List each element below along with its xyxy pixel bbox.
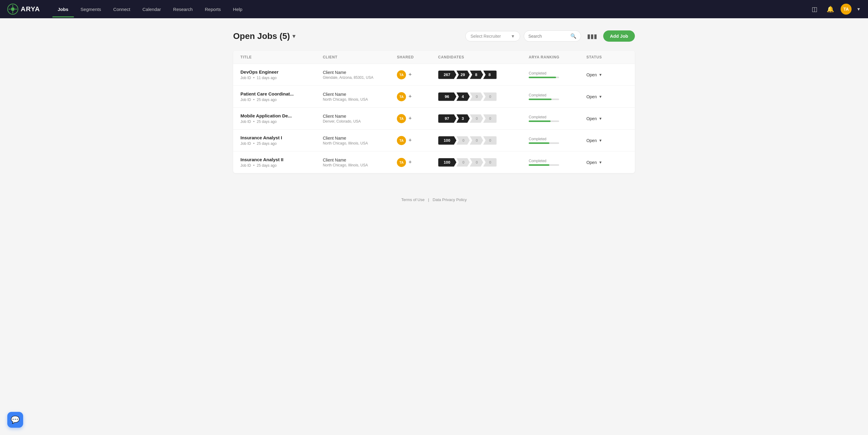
table-row: DevOps Engineer Job ID • 11 days ago Cli…	[233, 64, 635, 86]
job-age: 25 days ago	[257, 163, 277, 168]
add-job-button[interactable]: Add Job	[603, 30, 635, 42]
nav-help[interactable]: Help	[228, 4, 248, 14]
arya-ranking-cell: Completed	[529, 115, 586, 122]
terms-link[interactable]: Terms of Use	[401, 197, 425, 202]
client-location: Denver, Colorado, USA	[323, 119, 397, 124]
ranking-bar-fill	[529, 121, 551, 122]
pipeline-segment-0: 100	[438, 136, 457, 145]
client-location: Glendale, Arizona, 85301, USA	[323, 75, 397, 80]
page-title-group: Open Jobs (5) ▾	[233, 31, 295, 41]
pipeline-segment-1: 0	[457, 158, 470, 167]
job-title[interactable]: Insurance Analyst II	[241, 157, 323, 162]
status-cell: Open ▼	[587, 94, 627, 99]
avatar-chevron-icon[interactable]: ▼	[857, 7, 861, 11]
privacy-link[interactable]: Data Privacy Policy	[433, 197, 467, 202]
add-shared-button[interactable]: +	[408, 71, 412, 78]
nav-calendar[interactable]: Calendar	[137, 4, 166, 14]
job-id: Job ID	[241, 76, 251, 80]
chat-icon: 💬	[11, 415, 20, 424]
ranking-label: Completed	[529, 115, 586, 119]
ranking-bar-fill	[529, 164, 549, 166]
meta-dot: •	[253, 163, 254, 168]
nav-jobs[interactable]: Jobs	[52, 4, 74, 14]
arya-ranking-cell: Completed	[529, 137, 586, 144]
ranking-bar-bg	[529, 142, 559, 144]
nav-connect[interactable]: Connect	[108, 4, 136, 14]
col-client: CLIENT	[323, 55, 397, 59]
header-controls: Select Recruiter ▼ 🔍 ▮▮▮ Add Job	[465, 30, 635, 42]
logo[interactable]: ARYA	[7, 4, 40, 14]
ranking-label: Completed	[529, 137, 586, 141]
candidates-pipeline: 100000	[438, 158, 529, 167]
pipeline-segment-1: 3	[457, 114, 470, 123]
col-status: STATUS	[587, 55, 627, 59]
page-title: Open Jobs (5)	[233, 31, 290, 41]
status-chevron-icon[interactable]: ▼	[599, 116, 602, 121]
table-row: Insurance Analyst I Job ID • 25 days ago…	[233, 130, 635, 152]
client-location: North Chicago, Illinois, USA	[323, 97, 397, 102]
status-chevron-icon[interactable]: ▼	[599, 138, 602, 143]
logo-text: ARYA	[21, 5, 40, 13]
job-title[interactable]: Mobile Application De...	[241, 113, 323, 118]
nav-segments[interactable]: Segments	[75, 4, 107, 14]
page-header: Open Jobs (5) ▾ Select Recruiter ▼ 🔍 ▮▮▮…	[233, 30, 635, 42]
status-chevron-icon[interactable]: ▼	[599, 160, 602, 165]
nav-research[interactable]: Research	[168, 4, 198, 14]
status-chevron-icon[interactable]: ▼	[599, 73, 602, 77]
status-chevron-icon[interactable]: ▼	[599, 95, 602, 99]
job-title[interactable]: DevOps Engineer	[241, 69, 323, 74]
messages-button[interactable]: ◫	[809, 4, 820, 14]
shared-cell: TA +	[397, 114, 438, 123]
job-info: Insurance Analyst II Job ID • 25 days ag…	[241, 157, 323, 168]
job-age: 11 days ago	[257, 76, 277, 80]
job-title[interactable]: Patient Care Coordinat...	[241, 91, 323, 96]
status-text: Open	[587, 116, 597, 121]
footer: Terms of Use | Data Privacy Policy	[0, 185, 868, 214]
job-info: Patient Care Coordinat... Job ID • 25 da…	[241, 91, 323, 102]
client-info: Client Name North Chicago, Illinois, USA	[323, 158, 397, 167]
col-shared: SHARED	[397, 55, 438, 59]
job-meta: Job ID • 25 days ago	[241, 141, 323, 146]
client-info: Client Name Denver, Colorado, USA	[323, 114, 397, 124]
add-shared-button[interactable]: +	[408, 115, 412, 122]
pipeline-segment-0: 96	[438, 93, 457, 101]
client-info: Client Name Glendale, Arizona, 85301, US…	[323, 70, 397, 80]
pipeline-segment-3: 8	[483, 71, 497, 79]
search-icon: 🔍	[570, 33, 577, 39]
avatar[interactable]: TA	[841, 4, 851, 14]
job-info: DevOps Engineer Job ID • 11 days ago	[241, 69, 323, 80]
nav-reports[interactable]: Reports	[199, 4, 226, 14]
recruiter-select[interactable]: Select Recruiter ▼	[465, 31, 520, 41]
jobs-table: TITLE CLIENT SHARED CANDIDATES ARYA RANK…	[233, 51, 635, 173]
candidates-pipeline: 97300	[438, 114, 529, 123]
filter-icon: ▮▮▮	[587, 33, 597, 39]
client-info: Client Name North Chicago, Illinois, USA	[323, 136, 397, 145]
status-text: Open	[587, 138, 597, 143]
shared-cell: TA +	[397, 92, 438, 101]
chat-widget[interactable]: 💬	[7, 412, 23, 428]
add-shared-button[interactable]: +	[408, 159, 412, 166]
add-shared-button[interactable]: +	[408, 93, 412, 100]
col-ranking: ARYA RANKING	[529, 55, 586, 59]
search-input[interactable]	[528, 34, 568, 39]
pipeline-segment-2: 0	[470, 158, 483, 167]
pipeline-segment-3: 0	[483, 136, 497, 145]
main-content: Open Jobs (5) ▾ Select Recruiter ▼ 🔍 ▮▮▮…	[221, 18, 647, 185]
status-text: Open	[587, 160, 597, 165]
job-title[interactable]: Insurance Analyst I	[241, 135, 323, 140]
notifications-button[interactable]: 🔔	[825, 4, 836, 14]
filter-button[interactable]: ▮▮▮	[585, 31, 599, 41]
shared-cell: TA +	[397, 70, 438, 79]
add-shared-button[interactable]: +	[408, 137, 412, 143]
table-row: Insurance Analyst II Job ID • 25 days ag…	[233, 152, 635, 173]
client-name: Client Name	[323, 92, 397, 97]
ranking-bar-bg	[529, 164, 559, 166]
shared-avatar: TA	[397, 158, 406, 167]
client-name: Client Name	[323, 158, 397, 162]
shared-avatar: TA	[397, 136, 406, 145]
arya-ranking-cell: Completed	[529, 71, 586, 78]
job-meta: Job ID • 25 days ago	[241, 120, 323, 124]
footer-separator: |	[428, 197, 430, 202]
page-title-chevron-icon[interactable]: ▾	[292, 33, 295, 39]
status-cell: Open ▼	[587, 138, 627, 143]
